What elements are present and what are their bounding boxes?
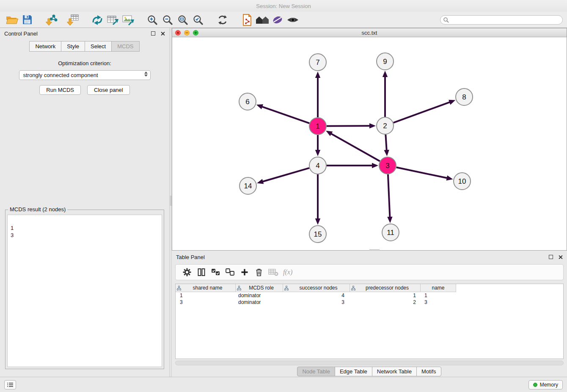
mcds-result-title: MCDS result (2 nodes) bbox=[8, 206, 67, 213]
apply-layout-icon[interactable] bbox=[215, 13, 230, 27]
zoom-window-icon[interactable] bbox=[193, 30, 198, 36]
columns-icon[interactable] bbox=[194, 265, 209, 279]
tab-network-table[interactable]: Network Table bbox=[372, 367, 417, 376]
deselect-all-icon[interactable] bbox=[223, 265, 237, 279]
memory-button[interactable]: Memory bbox=[528, 380, 563, 389]
graph-edge-2-3 bbox=[385, 135, 386, 151]
network-arrows-icon[interactable] bbox=[90, 13, 105, 27]
zoom-fit-icon[interactable] bbox=[175, 13, 190, 27]
graph-node-label: 4 bbox=[316, 162, 319, 170]
table-cell: 2 bbox=[350, 299, 421, 305]
network-window-title: scc.txt bbox=[172, 30, 567, 36]
home-overview-icon[interactable] bbox=[255, 13, 270, 27]
graph-node-label: 15 bbox=[314, 230, 322, 238]
graph-node-label: 10 bbox=[458, 177, 466, 185]
criterion-value: strongly connected component bbox=[23, 72, 98, 78]
table-cell: 1 bbox=[421, 293, 456, 298]
search-input[interactable] bbox=[440, 15, 563, 25]
memory-status-icon bbox=[533, 383, 537, 387]
table-body: 1dominator4113dominator323 bbox=[176, 292, 563, 306]
window-title: Session: New Session bbox=[256, 3, 311, 9]
table-cell: 1 bbox=[176, 293, 236, 298]
graph-node-label: 2 bbox=[383, 122, 387, 130]
search-box bbox=[440, 15, 563, 25]
float-table-panel-icon[interactable] bbox=[549, 255, 553, 259]
graph-edge-arrow bbox=[384, 150, 389, 156]
window-resize-grip[interactable] bbox=[369, 249, 380, 251]
open-session-icon[interactable] bbox=[4, 13, 19, 27]
delete-table-icon[interactable] bbox=[266, 265, 281, 279]
function-builder-icon[interactable]: f(x) bbox=[283, 268, 292, 276]
tab-select[interactable]: Select bbox=[85, 41, 112, 52]
graph-edge-2-8 bbox=[394, 102, 450, 123]
import-table-icon[interactable] bbox=[65, 13, 80, 27]
tab-network[interactable]: Network bbox=[29, 41, 61, 52]
main-area: Control Panel Network Style Select MCDS … bbox=[0, 28, 567, 377]
table-header-row: shared name MCDS role successor nodes pr… bbox=[176, 284, 563, 292]
graph-node-label: 3 bbox=[385, 162, 389, 170]
graph-edge-arrow bbox=[449, 100, 455, 105]
tab-motifs[interactable]: Motifs bbox=[416, 367, 441, 376]
dropdown-stepper-icon bbox=[144, 72, 148, 77]
network-canvas[interactable]: 1234678910111415 bbox=[172, 37, 567, 250]
zoom-in-icon[interactable] bbox=[145, 13, 160, 27]
zoom-out-icon[interactable] bbox=[160, 13, 175, 27]
graph-edge-3-11 bbox=[388, 174, 390, 218]
close-table-panel-icon[interactable] bbox=[558, 255, 563, 259]
search-icon bbox=[443, 17, 449, 24]
save-session-icon[interactable] bbox=[19, 13, 35, 27]
main-toolbar bbox=[0, 12, 567, 28]
table-cell: 4 bbox=[283, 293, 350, 298]
graph-edge-arrow bbox=[383, 71, 388, 77]
select-all-icon[interactable] bbox=[209, 265, 223, 279]
close-window-icon[interactable] bbox=[175, 30, 181, 36]
control-panel: Control Panel Network Style Select MCDS … bbox=[0, 28, 169, 377]
close-panel-button[interactable]: Close panel bbox=[87, 85, 130, 95]
table-cell: 3 bbox=[283, 299, 350, 305]
graph-edge-arrow bbox=[387, 217, 392, 223]
close-panel-icon[interactable] bbox=[160, 31, 165, 36]
control-panel-header: Control Panel bbox=[0, 28, 169, 39]
tab-edge-table[interactable]: Edge Table bbox=[335, 367, 372, 376]
tab-style[interactable]: Style bbox=[61, 41, 85, 52]
run-mcds-button[interactable]: Run MCDS bbox=[39, 85, 81, 95]
eye-icon[interactable] bbox=[285, 13, 300, 27]
optimization-criterion-label: Optimization criterion: bbox=[0, 60, 169, 66]
tab-mcds[interactable]: MCDS bbox=[111, 41, 139, 52]
mcds-result-box[interactable]: 1 3 bbox=[7, 215, 162, 367]
right-stack: scc.txt 1234678910111415 Table Panel bbox=[172, 28, 567, 377]
delete-row-icon[interactable] bbox=[252, 265, 266, 279]
add-row-icon[interactable] bbox=[237, 265, 252, 279]
task-history-button[interactable] bbox=[4, 380, 16, 389]
import-network-icon[interactable] bbox=[44, 13, 59, 27]
zoom-selected-icon[interactable] bbox=[190, 13, 206, 27]
table-row[interactable]: 3dominator323 bbox=[176, 299, 563, 306]
table-panel-tabs: Node Table Edge Table Network Table Moti… bbox=[172, 367, 567, 376]
style-brush-icon[interactable] bbox=[270, 13, 285, 27]
graph-edge-arrow bbox=[315, 218, 320, 225]
float-window-icon[interactable] bbox=[151, 31, 155, 36]
gear-icon[interactable] bbox=[180, 265, 194, 279]
table-horizontal-scrollbar[interactable] bbox=[175, 361, 564, 365]
export-image-icon[interactable] bbox=[120, 13, 135, 27]
table-row[interactable]: 1dominator411 bbox=[176, 292, 563, 299]
minimize-window-icon[interactable] bbox=[184, 30, 190, 36]
table-panel-header: Table Panel bbox=[172, 251, 567, 262]
network-window-titlebar: scc.txt bbox=[172, 28, 567, 37]
column-header-predecessor-nodes[interactable]: predecessor nodes bbox=[350, 284, 421, 292]
table-cell: 1 bbox=[350, 293, 421, 298]
column-header-name[interactable]: name bbox=[421, 284, 456, 292]
column-header-successor-nodes[interactable]: successor nodes bbox=[283, 284, 350, 292]
graph-edge-arrow bbox=[369, 123, 376, 128]
tab-node-table[interactable]: Node Table bbox=[297, 367, 335, 376]
column-header-shared-name[interactable]: shared name bbox=[176, 284, 236, 292]
status-bar: Memory bbox=[0, 377, 567, 392]
network-document-icon[interactable] bbox=[239, 13, 255, 27]
column-header-mcds-role[interactable]: MCDS role bbox=[236, 284, 283, 292]
criterion-dropdown[interactable]: strongly connected component bbox=[19, 70, 151, 80]
table-toolbar: f(x) bbox=[175, 264, 564, 280]
table-cell: dominator bbox=[236, 299, 283, 305]
export-table-icon[interactable] bbox=[105, 13, 120, 27]
graph-edge-arrow bbox=[257, 179, 264, 184]
memory-label: Memory bbox=[540, 382, 558, 388]
